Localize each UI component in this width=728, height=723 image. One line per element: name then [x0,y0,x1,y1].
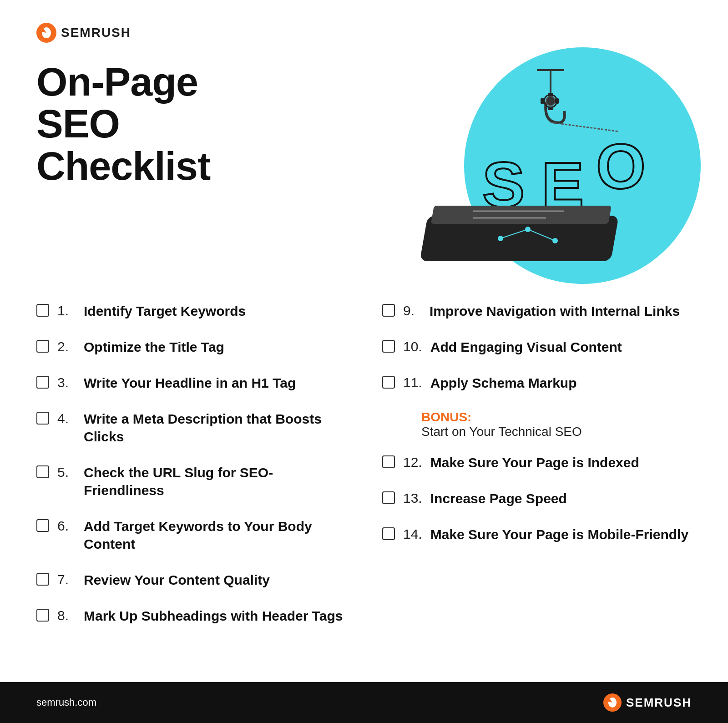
item-number-3: 3. [57,375,76,390]
item-number-10: 10. [403,339,422,354]
semrush-logo-icon [36,23,56,43]
list-item: 5. Check the URL Slug for SEO-Friendline… [36,464,346,499]
item-number-11: 11. [403,375,422,390]
page-title: On-Page SEO Checklist [36,61,273,187]
item-text-3: Write Your Headline in an H1 Tag [84,374,296,392]
checkbox-1[interactable] [36,304,49,317]
list-item: 14. Make Sure Your Page is Mobile-Friend… [382,526,692,543]
footer: semrush.com SEMRUSH [0,682,728,723]
item-text-1: Identify Target Keywords [84,302,246,320]
svg-rect-20 [548,93,553,96]
logo-text: SEMRUSH [61,25,131,40]
list-item: 11. Apply Schema Markup [382,374,692,392]
item-number-5: 5. [57,465,76,480]
item-number-14: 14. [403,526,422,542]
svg-rect-21 [548,106,553,110]
list-item: 3. Write Your Headline in an H1 Tag [36,374,346,392]
item-text-14: Make Sure Your Page is Mobile-Friendly [430,526,688,543]
item-text-13: Increase Page Speed [430,490,567,507]
checkbox-11[interactable] [382,376,395,389]
main-content: SEMRUSH On-Page SEO Checklist S E [0,0,728,682]
list-item: 9. Improve Navigation with Internal Link… [382,302,692,320]
checkbox-14[interactable] [382,527,395,540]
checkbox-3[interactable] [36,376,49,389]
list-item: 2. Optimize the Title Tag [36,338,346,356]
item-number-9: 9. [403,303,421,319]
footer-logo-icon [603,693,622,712]
checkbox-6[interactable] [36,519,49,532]
title-block: On-Page SEO Checklist [36,61,273,187]
item-number-12: 12. [403,455,422,470]
item-text-5: Check the URL Slug for SEO-Friendliness [84,464,346,499]
svg-point-5 [546,96,555,106]
footer-logo-text: SEMRUSH [626,696,692,710]
checkbox-13[interactable] [382,491,395,504]
list-item: 4. Write a Meta Description that Boosts … [36,410,346,445]
svg-rect-23 [555,98,559,104]
item-text-9: Improve Navigation with Internal Links [430,302,680,320]
item-text-4: Write a Meta Description that Boosts Cli… [84,410,346,445]
item-number-13: 13. [403,490,422,506]
item-number-8: 8. [57,608,76,623]
seo-illustration-svg: S E O [410,61,692,279]
list-item: 1. Identify Target Keywords [36,302,346,320]
seo-illustration: S E O [410,61,692,279]
checklist-right-column: 9. Improve Navigation with Internal Link… [382,302,692,664]
list-item: 6. Add Target Keywords to Your Body Cont… [36,517,346,553]
item-text-12: Make Sure Your Page is Indexed [430,454,639,471]
item-number-7: 7. [57,572,76,587]
list-item: 7. Review Your Content Quality [36,571,346,589]
bonus-block: BONUS: Start on Your Technical SEO [421,410,692,439]
item-text-11: Apply Schema Markup [430,374,577,392]
item-number-1: 1. [57,303,76,319]
bonus-label: BONUS: [421,410,692,425]
checkbox-10[interactable] [382,340,395,353]
item-number-4: 4. [57,411,76,426]
checkbox-2[interactable] [36,340,49,353]
svg-text:O: O [596,131,646,202]
list-item: 10. Add Engaging Visual Content [382,338,692,356]
item-text-10: Add Engaging Visual Content [430,338,622,356]
checkbox-5[interactable] [36,465,49,478]
logo-area: SEMRUSH [36,23,692,43]
list-item: 8. Mark Up Subheadings with Header Tags [36,607,346,625]
footer-logo: SEMRUSH [603,693,692,712]
footer-url: semrush.com [36,697,96,708]
checkbox-8[interactable] [36,609,49,622]
svg-rect-22 [541,98,544,104]
checklist-left-column: 1. Identify Target Keywords 2. Optimize … [36,302,346,664]
list-item: 13. Increase Page Speed [382,490,692,507]
item-number-6: 6. [57,518,76,534]
item-text-7: Review Your Content Quality [84,571,270,589]
checkbox-12[interactable] [382,455,395,468]
checkbox-7[interactable] [36,573,49,586]
item-text-8: Mark Up Subheadings with Header Tags [84,607,343,625]
list-item: 12. Make Sure Your Page is Indexed [382,454,692,471]
bonus-subtext: Start on Your Technical SEO [421,425,692,439]
item-text-6: Add Target Keywords to Your Body Content [84,517,346,553]
top-section: On-Page SEO Checklist S E O [36,61,692,279]
svg-rect-11 [431,206,612,224]
checkbox-4[interactable] [36,412,49,425]
svg-line-9 [551,122,619,131]
checkbox-9[interactable] [382,304,395,317]
item-text-2: Optimize the Title Tag [84,338,224,356]
item-number-2: 2. [57,339,76,354]
checklist-area: 1. Identify Target Keywords 2. Optimize … [36,302,692,664]
